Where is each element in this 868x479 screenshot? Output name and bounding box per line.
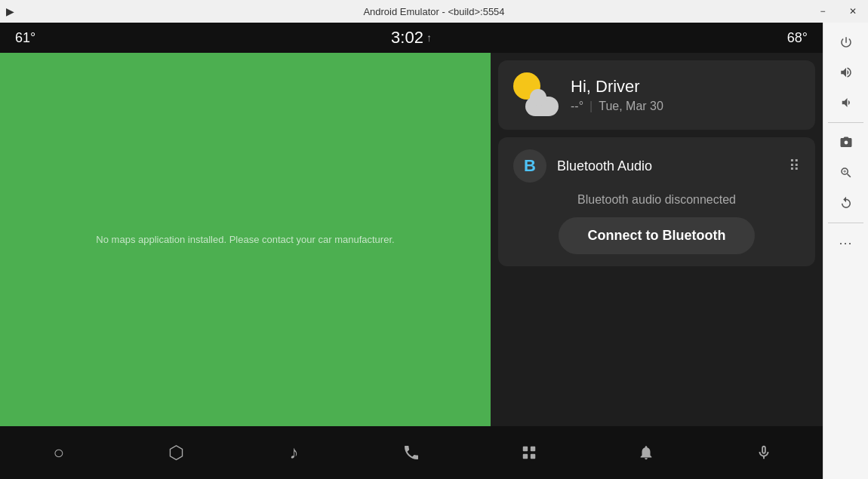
status-bar: 61° 3:02 ↑ 68° <box>0 23 823 53</box>
bluetooth-header: B Bluetooth Audio ⠿ <box>513 149 800 183</box>
bluetooth-card: B Bluetooth Audio ⠿ Bluetooth audio disc… <box>498 137 815 266</box>
title-bar: ▶ Android Emulator - <build>:5554 − ✕ <box>0 0 868 23</box>
content-area: No maps application installed. Please co… <box>0 53 823 426</box>
window-title: Android Emulator - <build>:5554 <box>363 6 504 17</box>
cloud-icon <box>525 97 559 116</box>
time-text: 3:02 <box>391 28 423 48</box>
map-message: No maps application installed. Please co… <box>81 219 409 260</box>
divider: | <box>589 100 593 113</box>
emulator-sidebar: ··· <box>823 23 868 479</box>
temperature-left: 61° <box>15 30 35 46</box>
sidebar-divider-2 <box>828 223 863 223</box>
date-text: Tue, Mar 30 <box>599 100 663 113</box>
bluetooth-status: Bluetooth audio disconnected <box>513 193 800 207</box>
volume-down-button[interactable] <box>830 89 863 116</box>
connect-bluetooth-button[interactable]: Connect to Bluetooth <box>559 217 755 254</box>
rotate-button[interactable] <box>830 189 863 216</box>
nav-apps[interactable] <box>506 430 552 475</box>
map-panel: No maps application installed. Please co… <box>0 53 491 426</box>
temperature-right: 68° <box>787 30 808 46</box>
svg-rect-3 <box>530 454 534 459</box>
main-container: 61° 3:02 ↑ 68° No maps application insta… <box>0 23 868 479</box>
greeting-name: Hi, Driver <box>571 77 663 97</box>
nav-music[interactable]: ♪ <box>271 430 316 475</box>
svg-rect-1 <box>530 447 534 451</box>
svg-rect-0 <box>522 447 527 451</box>
window-controls: − ✕ <box>808 0 868 23</box>
app-icon: ▶ <box>6 5 14 17</box>
minimize-button[interactable]: − <box>808 0 838 23</box>
temp-dash: --° <box>571 100 583 113</box>
camera-button[interactable] <box>830 129 863 156</box>
signal-icon: ↑ <box>426 32 432 44</box>
nav-phone[interactable] <box>389 430 434 475</box>
close-button[interactable]: ✕ <box>838 0 868 23</box>
time-display: 3:02 ↑ <box>391 28 432 48</box>
weather-icon <box>513 72 559 118</box>
nav-notifications[interactable] <box>623 430 669 475</box>
nav-microphone[interactable] <box>741 430 786 475</box>
emulator-screen: 61° 3:02 ↑ 68° No maps application insta… <box>0 23 823 479</box>
nav-navigation[interactable]: ⬡ <box>154 430 199 475</box>
svg-rect-2 <box>522 454 527 459</box>
volume-up-button[interactable] <box>830 59 863 86</box>
greeting-sub: --° | Tue, Mar 30 <box>571 100 663 113</box>
bottom-nav: ○ ⬡ ♪ <box>0 426 823 479</box>
bluetooth-icon-label: B Bluetooth Audio <box>513 149 652 183</box>
power-button[interactable] <box>830 29 863 56</box>
bluetooth-icon: B <box>524 156 536 176</box>
nav-home[interactable]: ○ <box>36 430 82 475</box>
greeting-card: Hi, Driver --° | Tue, Mar 30 <box>498 60 815 130</box>
bluetooth-icon-circle: B <box>513 149 546 183</box>
grid-icon[interactable]: ⠿ <box>789 157 800 175</box>
sidebar-divider-1 <box>828 122 863 123</box>
zoom-button[interactable] <box>830 159 863 186</box>
greeting-text: Hi, Driver --° | Tue, Mar 30 <box>571 77 663 113</box>
right-panel: Hi, Driver --° | Tue, Mar 30 B <box>491 53 823 426</box>
more-button[interactable]: ··· <box>830 229 863 256</box>
bluetooth-label: Bluetooth Audio <box>557 158 652 174</box>
